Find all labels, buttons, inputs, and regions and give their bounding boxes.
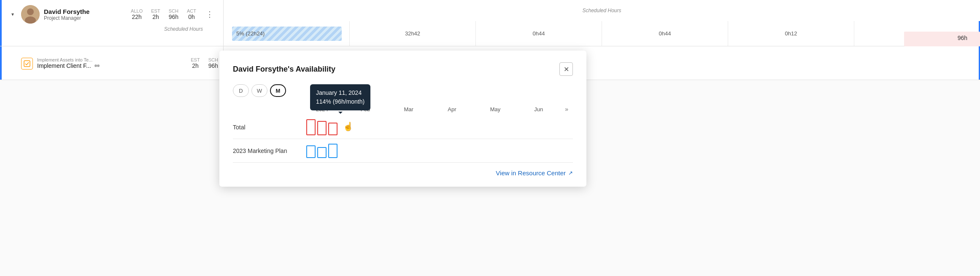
total-label: Total (233, 124, 300, 131)
marketing-jan-bar-3 (328, 144, 337, 158)
task-row-border (0, 46, 2, 80)
pink-highlight (904, 32, 980, 46)
marketing-jan-col (300, 144, 344, 158)
sch-metric: SCH 96h (169, 8, 178, 20)
svg-rect-3 (24, 61, 30, 67)
allo-value: 22h (132, 13, 141, 20)
gantt-bar-striped: 5% (22h24) (232, 27, 342, 41)
resource-link-text: View in Resource Center (496, 169, 566, 177)
modal-title: David Forsythe's Availability (233, 65, 335, 74)
est-value: 2h (152, 13, 159, 20)
nav-chevron[interactable]: » (560, 106, 573, 113)
task-text: Implement Assets into Te... Implement Cl… (37, 57, 186, 69)
task-sch-label: SCH (208, 57, 218, 62)
est-metric: EST 2h (151, 8, 160, 20)
total-jan-col (300, 119, 344, 135)
gantt-bar-label: 5% (22h24) (236, 30, 265, 37)
total-jan-bar-2 (317, 121, 327, 135)
chart-header: 2024 Feb Mar Apr May Jun » (233, 105, 573, 113)
expand-button[interactable]: ▾ (8, 10, 17, 19)
chart-row-total: Total (233, 115, 573, 139)
modal-close-button[interactable]: ✕ (559, 62, 573, 76)
act-metric: ACT 0h (187, 8, 196, 20)
tooltip-value: 114% (96h/month) (316, 97, 364, 106)
total-bars (300, 115, 573, 139)
modal-header: David Forsythe's Availability ✕ (233, 62, 573, 76)
person-row: ▾ David Forsythe Project Manager ALLO (8, 5, 218, 24)
svg-point-5 (97, 64, 100, 67)
jun-label: Jun (517, 105, 560, 113)
task-sch-value: 96h (208, 62, 218, 69)
person-role: Project Manager (44, 15, 127, 21)
col-val-4: 0h12 (728, 21, 854, 46)
apr-label: Apr (430, 105, 474, 113)
resource-link-icon: ↗ (568, 170, 573, 176)
col-val-3: 0h44 (602, 21, 728, 46)
person-name: David Forsythe (44, 8, 127, 15)
kebab-menu-button[interactable]: ⋮ (205, 9, 215, 19)
total-jan-bar-3 (328, 123, 337, 135)
task-est-value: 2h (192, 62, 199, 69)
chart-area: 2024 Feb Mar Apr May Jun » (233, 105, 573, 163)
col-values-row: 7h38 32h42 0h44 0h44 0h12 96h 5% (22h24) (224, 21, 980, 46)
tab-day[interactable]: D (233, 84, 249, 97)
availability-tooltip: January 11, 2024 114% (96h/month) (310, 84, 370, 110)
est-label: EST (151, 8, 160, 13)
act-label: ACT (187, 8, 196, 13)
header-row: ▾ David Forsythe Project Manager ALLO (0, 0, 980, 46)
sch-label: SCH (169, 8, 178, 13)
marketing-jan-bars (306, 144, 337, 158)
total-jan-bars (306, 119, 337, 135)
period-tabs: D W M (233, 84, 573, 97)
mar-label: Mar (387, 105, 430, 113)
task-icon (21, 58, 33, 70)
scheduled-hours-label: Scheduled Hours (8, 24, 218, 32)
view-resource-center-link[interactable]: View in Resource Center ↗ (233, 169, 573, 177)
availability-modal: David Forsythe's Availability ✕ D W M 20… (219, 51, 586, 187)
task-parent-name: Implement Assets into Te... (37, 57, 186, 62)
chart-row-marketing: 2023 Marketing Plan (233, 139, 573, 163)
svg-point-1 (27, 8, 34, 15)
task-sch-metric: SCH 96h (208, 57, 218, 69)
scheduled-hours-header: Scheduled Hours (224, 0, 980, 21)
task-info: Implement Assets into Te... Implement Cl… (8, 57, 218, 70)
may-label: May (474, 105, 517, 113)
group-icon (94, 62, 100, 69)
task-est-label: EST (191, 57, 200, 62)
allo-label: ALLO (131, 8, 143, 13)
col-val-2: 0h44 (476, 21, 602, 46)
allo-metric: ALLO 22h (131, 8, 143, 20)
marketing-label: 2023 Marketing Plan (233, 147, 300, 154)
task-est-metric: EST 2h (191, 57, 200, 69)
tab-month[interactable]: M (270, 84, 286, 97)
person-info: David Forsythe Project Manager (44, 8, 127, 21)
task-metrics: EST 2h SCH 96h (191, 57, 218, 69)
total-jan-bar-1 (306, 119, 316, 135)
row-border-blue (0, 0, 2, 46)
tooltip-date: January 11, 2024 (316, 88, 364, 97)
marketing-jan-bar-2 (317, 147, 327, 158)
marketing-jan-bar-1 (306, 145, 316, 158)
tab-week[interactable]: W (251, 84, 267, 97)
svg-point-4 (94, 64, 97, 67)
sch-value: 96h (169, 13, 178, 20)
marketing-bars (300, 139, 573, 162)
metrics-row: ALLO 22h EST 2h SCH 96h ACT 0h (131, 8, 215, 20)
avatar (21, 5, 40, 24)
task-name: Implement Client F... (37, 62, 186, 69)
badge-96h-pink: 96h (958, 35, 967, 41)
col-val-1: 32h42 (350, 21, 476, 46)
act-value: 0h (188, 13, 195, 20)
